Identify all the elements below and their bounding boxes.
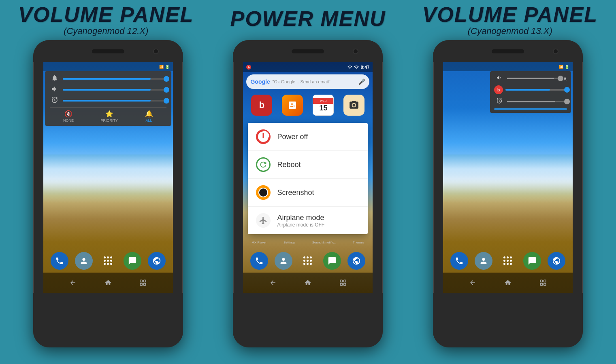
media-thumb xyxy=(164,87,169,93)
dock2-phone-icon[interactable] xyxy=(250,252,268,270)
left-panel-title: VOLUME PANEL (Cyanogenmod 12.X) xyxy=(18,3,194,36)
power-off-item[interactable]: Power off xyxy=(248,123,368,151)
dock3-contacts-icon[interactable] xyxy=(475,252,492,270)
phone-3-volume-cm13: 📶 🔋 ∧ b xyxy=(433,40,583,347)
screenshot-item[interactable]: Screenshot xyxy=(248,179,368,207)
svg-rect-3 xyxy=(144,284,146,286)
dock2-messages-icon[interactable] xyxy=(323,252,341,270)
nav2-recents-btn[interactable] xyxy=(338,278,348,288)
vol13-media-slider[interactable] xyxy=(507,78,561,79)
screenshot-icon xyxy=(256,185,271,200)
phone-2-bottom-labels: MX Player Settings Sound & notific.. The… xyxy=(243,241,373,244)
alarm-thumb xyxy=(164,98,169,104)
center-main-title: POWER MENU xyxy=(230,6,386,31)
top-titles-row: VOLUME PANEL (Cyanogenmod 12.X) POWER ME… xyxy=(0,0,616,36)
dots-grid-icon xyxy=(104,256,113,265)
dock-contacts-icon[interactable] xyxy=(75,252,93,270)
svg-rect-12 xyxy=(544,284,546,286)
phone-1-speaker xyxy=(92,49,124,53)
svg-rect-7 xyxy=(344,280,346,282)
none-label: NONE xyxy=(63,119,74,123)
phone-3-nav-bar xyxy=(443,273,573,293)
ringtone-fill xyxy=(63,78,151,80)
wifi3-icon: 📶 xyxy=(559,65,563,69)
phone-1-status-icons: 📶 🔋 xyxy=(159,65,170,69)
svg-rect-10 xyxy=(540,284,542,286)
left-sub-title: (Cyanogenmod 12.X) xyxy=(18,26,194,36)
nav2-home-btn[interactable] xyxy=(303,278,313,288)
volume-panel-footer: 🔇 NONE ⭐ PRIORITY 🔔 ALL xyxy=(50,107,166,123)
vol13-row-beats: b xyxy=(494,85,567,94)
phone-3-status-icons: 📶 🔋 xyxy=(559,65,569,69)
svg-rect-2 xyxy=(144,280,146,282)
phone-3-volume-panel: ∧ b xyxy=(490,71,571,113)
power-off-icon xyxy=(256,129,271,144)
vol-mode-all[interactable]: 🔔 ALL xyxy=(145,110,153,123)
beats-app-icon[interactable]: b xyxy=(251,95,272,116)
nav-recents-btn[interactable] xyxy=(138,278,148,288)
vol-mode-priority[interactable]: ⭐ PRIORITY xyxy=(101,110,118,123)
phone-3-screen: 📶 🔋 ∧ b xyxy=(443,62,573,293)
phone-3-speaker xyxy=(492,49,524,53)
vol13-alarm-slider[interactable] xyxy=(507,101,567,102)
dock-phone-icon[interactable] xyxy=(51,252,68,270)
phone-2-bottom-bar xyxy=(233,293,383,347)
dock-browser-icon[interactable] xyxy=(148,252,166,270)
nav2-back-btn[interactable] xyxy=(268,278,278,288)
wifi-status-icon xyxy=(347,65,352,70)
phone-2-top-bar xyxy=(233,40,383,62)
svg-rect-0 xyxy=(141,280,143,282)
nav3-home-btn[interactable] xyxy=(503,278,513,288)
dots2-grid-icon xyxy=(303,256,312,265)
dock3-apps-icon[interactable] xyxy=(499,252,517,270)
dock2-browser-icon[interactable] xyxy=(347,252,365,270)
calendar-app-icon[interactable]: WED 15 xyxy=(313,95,334,116)
vol13-chevron-icon[interactable]: ∧ xyxy=(563,75,567,82)
alarm-slider[interactable] xyxy=(63,100,166,102)
phones-row: 📶 🔋 xyxy=(0,36,616,364)
phone-3-dock xyxy=(443,249,573,273)
center-title: POWER MENU xyxy=(230,3,386,31)
media-slider[interactable] xyxy=(63,89,166,91)
power-menu-popup: Power off Reboot Screenshot xyxy=(248,123,368,234)
phone-1-nav-bar xyxy=(43,273,173,293)
airplane-mode-sublabel: Airplane mode is OFF xyxy=(277,222,324,228)
label-mxplayer: MX Player xyxy=(252,241,266,244)
vol13-beats-slider[interactable] xyxy=(505,89,567,91)
dots3-grid-icon xyxy=(503,256,512,265)
nav-home-btn[interactable] xyxy=(103,278,113,288)
nav3-recents-btn[interactable] xyxy=(538,278,548,288)
airplane-mode-icon xyxy=(256,213,271,228)
airplane-mode-label: Airplane mode xyxy=(277,214,324,222)
mute-icon: 🔇 xyxy=(64,110,72,118)
phone-2-status-bar: b 8:47 xyxy=(243,62,373,72)
airplane-mode-text-block: Airplane mode Airplane mode is OFF xyxy=(277,214,324,228)
google-search-bar[interactable]: Google "Ok Google... Send an email" 🎤 xyxy=(246,74,369,89)
reboot-item[interactable]: Reboot xyxy=(248,151,368,179)
phone-1-bottom-bar xyxy=(33,293,183,347)
vol13-alarm-icon xyxy=(494,97,505,105)
dock2-apps-icon[interactable] xyxy=(299,252,317,270)
dock-messages-icon[interactable] xyxy=(124,252,141,270)
vol13-beats-icon: b xyxy=(494,85,503,94)
vol-mode-none[interactable]: 🔇 NONE xyxy=(63,110,74,123)
dock3-browser-icon[interactable] xyxy=(548,252,565,270)
label-settings: Settings xyxy=(283,241,295,244)
svg-rect-5 xyxy=(340,280,342,282)
calc-app-icon[interactable] xyxy=(282,95,303,116)
calendar-top: WED xyxy=(313,98,333,104)
nav3-back-btn[interactable] xyxy=(468,278,477,288)
ringtone-thumb xyxy=(164,76,169,82)
google-logo: Google xyxy=(250,78,270,85)
ringtone-slider[interactable] xyxy=(63,78,166,80)
dock3-phone-icon[interactable] xyxy=(450,252,468,270)
all-label: ALL xyxy=(146,119,152,123)
camera-app-icon[interactable] xyxy=(343,95,364,116)
vol13-row-alarm xyxy=(494,97,567,105)
signal-status-icon xyxy=(354,65,359,70)
dock3-messages-icon[interactable] xyxy=(523,252,541,270)
dock2-contacts-icon[interactable] xyxy=(275,252,292,270)
dock-apps-icon[interactable] xyxy=(99,252,117,270)
airplane-mode-item[interactable]: Airplane mode Airplane mode is OFF xyxy=(248,207,368,234)
nav-back-btn[interactable] xyxy=(68,278,78,288)
